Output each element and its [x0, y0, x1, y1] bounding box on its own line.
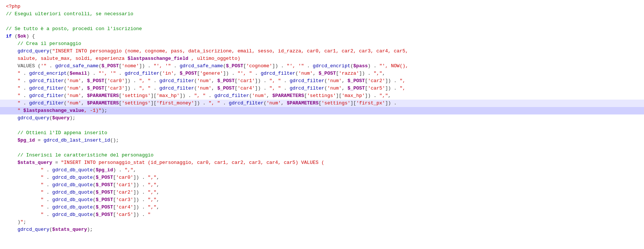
code-line-19: $pg_id = gdrcd_db_last_insert_id(); [0, 137, 644, 144]
code-line-11: " . gdrcd_filter('num', $_POST['car0']) … [0, 77, 644, 85]
line-23-content: " . gdrcd_db_quote($pg_id) . ",", [6, 166, 644, 174]
code-line-25: " . gdrcd_db_quote($_POST['car1']) . ","… [0, 181, 644, 189]
line-8-content: salute, salute_max, soldi, esperienza $l… [6, 55, 644, 62]
code-line-9: VALUES ('" . gdrcd_safe_name($_POST['nom… [0, 62, 644, 70]
code-line-1: <?php [0, 3, 644, 10]
line-9-content: VALUES ('" . gdrcd_safe_name($_POST['nom… [6, 62, 644, 70]
line-21-content: // Inserisci le caratteristiche del pers… [6, 152, 644, 159]
code-line-23: " . gdrcd_db_quote($pg_id) . ",", [0, 166, 644, 174]
line-24-content: " . gdrcd_db_quote($_POST['car0']) . ","… [6, 174, 644, 181]
line-11-content: " . gdrcd_filter('num', $_POST['car0']) … [6, 77, 644, 85]
code-line-18: // Ottieni l'ID appena inserito [0, 129, 644, 137]
line-22-content: $stats_query = "INSERT INTO personaggio_… [6, 159, 644, 166]
line-20-content [6, 144, 644, 152]
line-4-content: // Se tutto è a posto, procedi con l'isc… [6, 25, 644, 33]
line-3-content [6, 18, 644, 25]
code-line-29: " . gdrcd_db_quote($_POST['car5']) . " [0, 211, 644, 219]
code-line-2: // Esegui ulteriori controlli, se necess… [0, 10, 644, 18]
code-line-3 [0, 18, 644, 25]
code-line-6: // Crea il personaggio [0, 40, 644, 48]
line-13-content: " . gdrcd_filter('num', $PARAMETERS['set… [6, 92, 644, 100]
line-16-content: gdrcd_query($query); [6, 114, 644, 122]
code-line-26: " . gdrcd_db_quote($_POST['car2']) . ","… [0, 189, 644, 196]
line-1-content: <?php [6, 3, 644, 10]
line-12-content: " . gdrcd_filter('num', $_POST['car3']) … [6, 85, 644, 92]
code-line-20 [0, 144, 644, 152]
line-25-content: " . gdrcd_db_quote($_POST['car1']) . ","… [6, 181, 644, 189]
line-28-content: " . gdrcd_db_quote($_POST['car4']) . ","… [6, 204, 644, 211]
line-15-content: " $lastpasschange_value, -1)"); [6, 107, 644, 114]
line-6-content: // Crea il personaggio [6, 40, 644, 48]
code-line-12: " . gdrcd_filter('num', $_POST['car3']) … [0, 85, 644, 92]
code-line-30: )"; [0, 219, 644, 226]
line-17-content [6, 122, 644, 129]
code-line-15: " $lastpasschange_value, -1)"); [0, 107, 644, 114]
code-line-24: " . gdrcd_db_quote($_POST['car0']) . ","… [0, 174, 644, 181]
line-14-content: " . gdrcd_filter('num', $PARAMETERS['set… [6, 100, 644, 107]
code-line-16: gdrcd_query($query); [0, 114, 644, 122]
line-29-content: " . gdrcd_db_quote($_POST['car5']) . " [6, 211, 644, 219]
code-line-7: gdrcd_query("INSERT INTO personaggio (no… [0, 48, 644, 55]
line-7-content: gdrcd_query("INSERT INTO personaggio (no… [6, 48, 644, 55]
code-line-8: salute, salute_max, soldi, esperienza $l… [0, 55, 644, 62]
line-2-content: // Esegui ulteriori controlli, se necess… [6, 10, 644, 18]
code-line-22: $stats_query = "INSERT INTO personaggio_… [0, 159, 644, 166]
code-line-4: // Se tutto è a posto, procedi con l'isc… [0, 25, 644, 33]
code-line-5: if ($ok) { [0, 33, 644, 40]
code-line-21: // Inserisci le caratteristiche del pers… [0, 152, 644, 159]
line-19-content: $pg_id = gdrcd_db_last_insert_id(); [6, 137, 644, 144]
code-line-31: gdrcd_query($stats_query); [0, 226, 644, 233]
code-line-27: " . gdrcd_db_quote($_POST['car3']) . ","… [0, 196, 644, 204]
line-18-content: // Ottieni l'ID appena inserito [6, 129, 644, 137]
line-5-content: if ($ok) { [6, 33, 644, 40]
line-31-content: gdrcd_query($stats_query); [6, 226, 644, 233]
code-line-10: " . gdrcd_encript($email) . "', '" . gdr… [0, 70, 644, 77]
code-line-17 [0, 122, 644, 129]
code-line-13: " . gdrcd_filter('num', $PARAMETERS['set… [0, 92, 644, 100]
line-10-content: " . gdrcd_encript($email) . "', '" . gdr… [6, 70, 644, 77]
line-26-content: " . gdrcd_db_quote($_POST['car2']) . ","… [6, 189, 644, 196]
code-line-28: " . gdrcd_db_quote($_POST['car4']) . ","… [0, 204, 644, 211]
line-30-content: )"; [6, 219, 644, 226]
code-container: <?php // Esegui ulteriori controlli, se … [0, 0, 644, 249]
code-line-14: " . gdrcd_filter('num', $PARAMETERS['set… [0, 100, 644, 107]
line-27-content: " . gdrcd_db_quote($_POST['car3']) . ","… [6, 196, 644, 204]
